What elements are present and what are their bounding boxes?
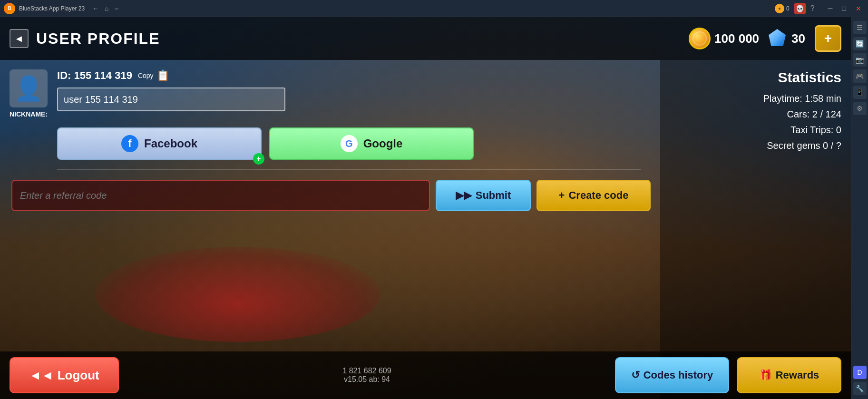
- version-line1: 1 821 682 609: [342, 367, 391, 375]
- add-currency-button[interactable]: +: [815, 25, 841, 52]
- bottom-center: 1 821 682 609 v15.05 ab: 94: [128, 367, 605, 384]
- gold-amount: 100 000: [714, 31, 759, 46]
- statistics-title: Statistics: [670, 69, 841, 86]
- copy-label: Copy: [138, 72, 154, 79]
- rewards-icon: 🎁: [759, 369, 772, 381]
- avatar: 👤: [10, 69, 48, 107]
- titlebar-skull-icon[interactable]: 💀: [794, 3, 806, 14]
- main-content: 👤 NICKNAME: ID: 155 114 319 Copy 📋: [0, 60, 851, 399]
- create-code-icon: +: [559, 189, 565, 202]
- referral-section: ▶▶ Submit + Create code: [10, 180, 651, 211]
- nickname-label: NICKNAME:: [10, 110, 48, 118]
- taxi-trips-stat: Taxi Trips: 0: [670, 125, 841, 136]
- avatar-container: 👤 NICKNAME:: [10, 69, 48, 118]
- right-panel: Statistics Playtime: 1:58 min Cars: 2 / …: [660, 60, 851, 399]
- back-button[interactable]: ◄ USER PROFILE: [10, 29, 160, 48]
- codes-history-icon: ↺: [631, 369, 640, 381]
- maximize-btn[interactable]: □: [839, 4, 849, 13]
- bottom-right: ↺ Codes history 🎁 Rewards: [615, 357, 841, 393]
- logout-icon: ◄◄: [29, 368, 53, 383]
- rewards-button[interactable]: 🎁 Rewards: [737, 357, 841, 393]
- titlebar-nav: ← ⌂ ⎓: [92, 5, 118, 12]
- playtime-stat: Playtime: 1:58 min: [670, 93, 841, 104]
- nav-stack-btn[interactable]: ⎓: [115, 5, 118, 12]
- profile-section: 👤 NICKNAME: ID: 155 114 319 Copy 📋: [10, 69, 651, 118]
- app-title: BlueStacks App Player 23: [19, 5, 85, 12]
- minimize-btn[interactable]: ─: [825, 4, 836, 13]
- sidebar-icon-phone[interactable]: 📱: [853, 86, 867, 99]
- logout-label: Logout: [58, 368, 99, 383]
- titlebar-coin-area: ● 0: [775, 4, 790, 13]
- nav-back-btn[interactable]: ←: [92, 5, 99, 12]
- user-id-text: ID: 155 114 319: [57, 69, 132, 82]
- right-sidebar: ☰ 🔄 📷 🎮 📱 ⚙ D 🔧: [851, 17, 868, 399]
- left-panel: 👤 NICKNAME: ID: 155 114 319 Copy 📋: [0, 60, 660, 399]
- titlebar-coin-value: 0: [786, 5, 790, 12]
- diamond-icon: [769, 29, 788, 48]
- version-line2: v15.05 ab: 94: [344, 375, 390, 384]
- green-plus-icon: +: [253, 153, 264, 165]
- bottom-bar: ◄◄ Logout 1 821 682 609 v15.05 ab: 94 ↺ …: [0, 351, 851, 399]
- create-code-button[interactable]: + Create code: [536, 180, 651, 211]
- cars-stat: Cars: 2 / 124: [670, 109, 841, 120]
- facebook-button[interactable]: f Facebook +: [57, 127, 262, 160]
- header-right: 100 000 30 +: [689, 25, 841, 52]
- ui-overlay: ◄ USER PROFILE 100 000 30 +: [0, 17, 851, 399]
- secret-gems-stat: Secret gems 0 / ?: [670, 140, 841, 151]
- sidebar-icon-discord[interactable]: D: [853, 366, 867, 379]
- back-arrow-icon: ◄: [10, 29, 29, 48]
- titlebar-coin-icon: ●: [775, 4, 784, 13]
- referral-input[interactable]: [11, 180, 430, 211]
- copy-icon: 📋: [156, 69, 169, 82]
- sidebar-icon-gamepad[interactable]: 🎮: [853, 69, 867, 83]
- divider: [57, 169, 641, 170]
- diamond-amount: 30: [791, 31, 805, 46]
- facebook-icon: f: [121, 135, 138, 152]
- sidebar-icon-settings[interactable]: ⚙: [853, 102, 867, 115]
- titlebar-help-icon[interactable]: ?: [810, 4, 815, 13]
- google-button[interactable]: G Google: [269, 127, 474, 160]
- social-buttons: f Facebook + G Google: [57, 127, 651, 160]
- profile-info: ID: 155 114 319 Copy 📋: [57, 69, 651, 111]
- nickname-input[interactable]: [57, 88, 285, 111]
- google-label: Google: [363, 137, 403, 150]
- google-icon: G: [341, 135, 358, 152]
- titlebar-icons: ● 0 💀 ? ─ □ ✕: [775, 3, 864, 14]
- sidebar-icon-gear[interactable]: 🔧: [853, 382, 867, 395]
- gold-currency: 100 000: [689, 28, 759, 49]
- sidebar-icon-menu[interactable]: ☰: [853, 21, 867, 34]
- submit-label: Submit: [476, 189, 511, 202]
- game-viewport: ◄ USER PROFILE 100 000 30 +: [0, 17, 851, 399]
- titlebar: B BlueStacks App Player 23 ← ⌂ ⎓ ● 0 💀 ?…: [0, 0, 868, 17]
- logout-button[interactable]: ◄◄ Logout: [10, 357, 119, 393]
- close-btn[interactable]: ✕: [853, 4, 864, 13]
- header-bar: ◄ USER PROFILE 100 000 30 +: [0, 17, 851, 60]
- user-id-row: ID: 155 114 319 Copy 📋: [57, 69, 651, 82]
- create-code-label: Create code: [568, 189, 628, 202]
- sidebar-icon-camera[interactable]: 📷: [853, 53, 867, 67]
- bluestacks-logo: B: [4, 3, 15, 14]
- submit-button[interactable]: ▶▶ Submit: [436, 180, 531, 211]
- sidebar-icon-refresh[interactable]: 🔄: [853, 37, 867, 50]
- codes-history-button[interactable]: ↺ Codes history: [615, 357, 729, 393]
- codes-history-label: Codes history: [644, 369, 713, 381]
- page-title: USER PROFILE: [36, 30, 160, 48]
- submit-icon: ▶▶: [456, 189, 472, 202]
- diamond-currency: 30: [769, 29, 805, 48]
- rewards-label: Rewards: [776, 369, 819, 381]
- facebook-label: Facebook: [144, 137, 197, 150]
- nav-home-btn[interactable]: ⌂: [105, 5, 108, 12]
- copy-button[interactable]: Copy 📋: [138, 69, 169, 82]
- gold-coin-icon: [689, 28, 711, 49]
- window-controls: ─ □ ✕: [825, 4, 864, 13]
